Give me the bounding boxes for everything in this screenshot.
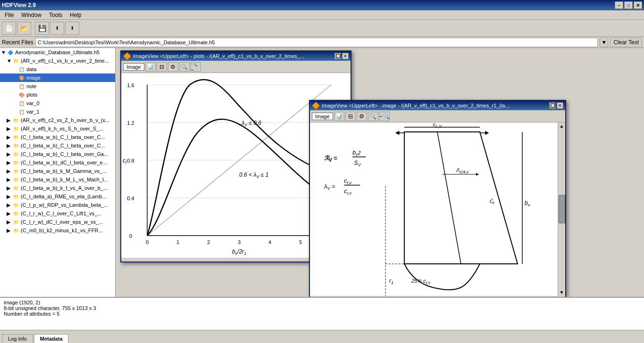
tree-group-14-label: (C_l_r_w)_dC_l_over_eps_w_vs_... [21, 219, 103, 225]
svg-text:1.2: 1.2 [127, 120, 134, 126]
menu-tools[interactable]: Tools [45, 11, 66, 19]
tree-group-5[interactable]: ▶ 📁 (C_l_beta_w_b)_C_l_beta_over_C... [0, 141, 115, 150]
new-button[interactable]: 📄 [2, 22, 16, 35]
tree-leaf-data[interactable]: 📋 data [0, 65, 115, 74]
image-2-scrollbar[interactable]: ▲ ▼ [558, 122, 565, 296]
menu-help[interactable]: Help [66, 11, 85, 19]
chart-icon-2[interactable]: 📊 [334, 112, 344, 121]
tree-group-8-label: (C_l_beta_w_b)_k_M_Gamma_vs_... [21, 168, 107, 174]
tree-group-11[interactable]: ▶ 📁 (C_l_delta_a)_RME_vs_eta_(Lamb... [0, 192, 115, 201]
tree-group-9[interactable]: ▶ 📁 (C_l_beta_w_b)_k_M_L_vs_Mach_t... [0, 175, 115, 184]
svg-text:3: 3 [238, 239, 241, 245]
close-button[interactable]: ✕ [634, 1, 642, 9]
restore-button-1[interactable]: 🔲 [335, 53, 341, 59]
diagram-svg: ℛV = bv2 SV λV = ct,v cr,v [310, 122, 558, 296]
tree-var1-label: var_1 [26, 109, 40, 114]
plots-icon: 🎨 [18, 91, 25, 98]
svg-text:2: 2 [207, 239, 210, 245]
status-tabs: Log Info Metadata [0, 330, 644, 343]
recent-dropdown-button[interactable]: ▼ [600, 38, 608, 47]
info-line-2: 8-bit unsigned character, 755 x 1013 x 3 [4, 305, 640, 311]
scroll-thumb-2[interactable] [559, 195, 565, 223]
svg-text:5: 5 [299, 239, 302, 245]
log-info-tab[interactable]: Log Info [2, 334, 33, 343]
close-button-1[interactable]: ✕ [342, 53, 349, 59]
imageview-icon-1: 🔶 [123, 52, 131, 60]
folder-icon-1: 📁 [12, 57, 20, 65]
app-title: HDFView 2.9 [2, 2, 36, 8]
settings-icon-2[interactable]: ⚙ [357, 112, 367, 121]
tree-group-10-label: (C_l_beta_w_b)_k_f_vs_A_over_b_... [21, 185, 108, 191]
zoom-out-icon-2[interactable]: −🔍 [379, 112, 390, 121]
menu-window[interactable]: Window [17, 11, 45, 19]
var0-icon: 📋 [18, 99, 25, 107]
image-window-2-titlebar[interactable]: 🔶 ImageView <UpperLeft> - image - /(AR_v… [310, 101, 565, 110]
tree-leaf-plots[interactable]: 🎨 plots [0, 90, 115, 99]
settings-icon-1[interactable]: ⚙ [168, 62, 178, 72]
tree-group-1[interactable]: ▼ 📁 (AR_v_eff)_c1_vs_b_v_over_2_time... [0, 57, 115, 65]
image-tab-1[interactable]: Image [123, 63, 144, 71]
image-window-image: 🔶 ImageView <UpperLeft> - image - /(AR_v… [309, 100, 566, 297]
recent-path-display: C:\Users\admin\Desktop\Tesi\Work\Test\Ae… [35, 38, 598, 47]
file-tree-sidebar[interactable]: ▼ 🔷 Aerodynamic_Database_Ultimate.h5 ▼ 📁… [0, 48, 116, 297]
table-icon-1[interactable]: ⊟ [157, 62, 167, 72]
tree-group-6[interactable]: ▶ 📁 (C_l_beta_w_b)_C_l_beta_over_Ga... [0, 150, 115, 158]
maximize-button[interactable]: □ [624, 1, 633, 9]
image-window-2-title: ImageView <UpperLeft> - image - /(AR_v_e… [322, 103, 510, 108]
tree-data-label: data [26, 66, 36, 72]
tree-group-13[interactable]: ▶ 📁 (C_l_r_w)_C_l_over_C_Lift1_vs_... [0, 209, 115, 218]
tree-group-2-label: (AR_v_eff)_c2_vs_Z_h_over_b_v_(x... [21, 117, 109, 123]
folder-icon-10: 📁 [12, 184, 20, 192]
tree-group-3[interactable]: ▶ 📁 (AR_v_eff)_k_h_vs_S_h_over_S_... [0, 124, 115, 133]
folder-icon-5: 📁 [12, 142, 20, 149]
tree-leaf-var0[interactable]: 📋 var_0 [0, 99, 115, 107]
restore-button-2[interactable]: 🔲 [549, 102, 556, 109]
tree-leaf-note[interactable]: 📋 note [0, 82, 115, 90]
zoom-in-icon-2[interactable]: 🔍 [368, 112, 378, 121]
tree-group-10[interactable]: ▶ 📁 (C_l_beta_w_b)_k_f_vs_A_over_b_... [0, 184, 115, 192]
chart-icon-1[interactable]: 📊 [145, 62, 156, 72]
zoom-out-icon-1[interactable]: 🔍− [191, 62, 201, 72]
scroll-up-2[interactable]: ▲ [560, 123, 564, 129]
window-controls: – □ ✕ [615, 1, 642, 9]
svg-text:0.8: 0.8 [127, 158, 134, 163]
zoom-in-icon-1[interactable]: 🔍 [179, 62, 190, 72]
close-button-2[interactable]: ✕ [557, 102, 563, 109]
scroll-down-2[interactable]: ▼ [560, 290, 564, 295]
folder-icon-2: 📁 [12, 116, 20, 124]
tree-root[interactable]: ▼ 🔷 Aerodynamic_Database_Ultimate.h5 [0, 48, 115, 57]
down-button[interactable]: ⬇ [65, 22, 79, 35]
svg-text:0.6 < λV ≤ 1: 0.6 < λV ≤ 1 [239, 172, 268, 179]
tree-group-13-label: (C_l_r_w)_C_l_over_C_Lift1_vs_... [21, 211, 101, 216]
tree-group-2[interactable]: ▶ 📁 (AR_v_eff)_c2_vs_Z_h_over_b_v_(x... [0, 116, 115, 124]
metadata-tab[interactable]: Metadata [34, 334, 69, 343]
tree-group-8[interactable]: ▶ 📁 (C_l_beta_w_b)_k_M_Gamma_vs_... [0, 167, 115, 175]
save-button[interactable]: 💾 [35, 22, 49, 35]
tree-group-14[interactable]: ▶ 📁 (C_l_r_w)_dC_l_over_eps_w_vs_... [0, 218, 115, 226]
tree-group-12[interactable]: ▶ 📁 (C_l_p_w)_RDP_vs_Lambda_beta_... [0, 201, 115, 209]
menu-file[interactable]: File [1, 11, 17, 19]
root-label: Aerodynamic_Database_Ultimate.h5 [15, 49, 100, 55]
tree-group-4[interactable]: ▶ 📁 (C_l_beta_w_b)_C_l_beta_over_C... [0, 133, 115, 141]
up-button[interactable]: ⬆ [50, 22, 64, 35]
tree-group-6-label: (C_l_beta_w_b)_C_l_beta_over_Ga... [21, 151, 108, 157]
clear-text-button[interactable]: Clear Text [610, 38, 642, 47]
tree-image-label: image [26, 75, 41, 81]
minimize-button[interactable]: – [615, 1, 623, 9]
tree-group-5-label: (C_l_beta_w_b)_C_l_beta_over_C... [21, 143, 105, 148]
tree-plots-label: plots [26, 92, 37, 98]
tree-leaf-var1[interactable]: 📋 var_1 [0, 107, 115, 116]
folder-icon-15: 📁 [12, 227, 20, 234]
tree-group-15[interactable]: ▶ 📁 (C_m0_b)_k2_minus_k1_vs_FFR... [0, 226, 115, 235]
tree-group-7[interactable]: ▶ 📁 (C_l_beta_w_b)_dC_l_beta_over_e... [0, 158, 115, 167]
open-button[interactable]: 📂 [17, 22, 31, 35]
tree-leaf-image[interactable]: 🎨 image [0, 74, 115, 82]
table-icon-2[interactable]: ⊟ [345, 112, 356, 121]
svg-rect-25 [310, 122, 558, 296]
image-window-1-titlebar[interactable]: 🔶 ImageView <UpperLeft> - plots - /(AR_v… [121, 51, 351, 61]
folder-icon-11: 📁 [12, 193, 20, 200]
image-tab-2[interactable]: Image [312, 113, 333, 120]
folder-icon-12: 📁 [12, 201, 20, 209]
recent-files-bar: Recent Files C:\Users\admin\Desktop\Tesi… [0, 37, 644, 48]
tree-group-1-label: (AR_v_eff)_c1_vs_b_v_over_2_time... [21, 58, 109, 64]
